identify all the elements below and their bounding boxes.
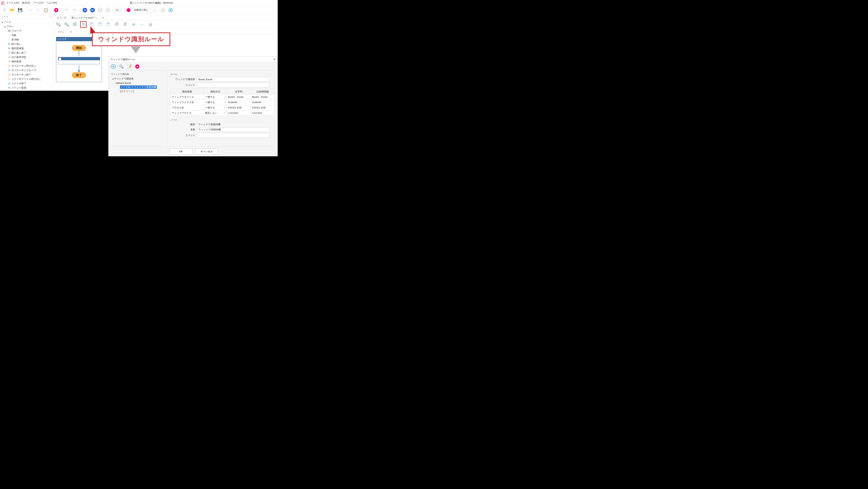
dialog-footer: OK キャンセル: [108, 146, 278, 156]
grid-icon[interactable]: [147, 21, 154, 28]
tree-item[interactable]: イベント監視登録: [0, 90, 53, 91]
play-icon[interactable]: [82, 7, 88, 13]
zoom-out-icon[interactable]: [63, 21, 70, 28]
menu-view[interactable]: 表示(V): [22, 1, 30, 5]
save-icon[interactable]: [17, 7, 23, 13]
copy-icon[interactable]: [35, 7, 41, 13]
col-method: 識別方式: [204, 89, 227, 94]
tab-close-icon[interactable]: ×: [95, 17, 97, 20]
node-type-label: 種別: [170, 123, 197, 126]
tree-item[interactable]: 分岐: [0, 33, 53, 37]
close-icon[interactable]: [53, 7, 60, 13]
image-icon[interactable]: [72, 21, 78, 28]
winname-input[interactable]: Book1-Excel: [197, 77, 270, 82]
ok-button[interactable]: OK: [169, 149, 192, 155]
dialog-tree-root[interactable]: ◢ウィンドウ識別名: [111, 77, 165, 81]
tab-scenario[interactable]: 新しいシナリオ.ums7×: [69, 15, 99, 20]
undo-icon[interactable]: [63, 7, 70, 13]
app-logo-icon: [1, 1, 5, 5]
pause-icon[interactable]: [97, 7, 103, 13]
cancel-button[interactable]: キャンセル: [195, 149, 218, 155]
open-icon[interactable]: [9, 7, 16, 13]
speed-select[interactable]: +0: [112, 8, 121, 12]
method-select[interactable]: 一致する: [204, 100, 227, 105]
subtab-add[interactable]: ＋: [67, 29, 75, 34]
dialog-search-icon[interactable]: [119, 64, 124, 69]
record-icon[interactable]: [125, 7, 132, 13]
step-icon[interactable]: [89, 7, 96, 13]
dialog-close-icon[interactable]: ×: [274, 57, 276, 61]
tree-item[interactable]: 多分岐: [0, 37, 53, 42]
dialog-tree-panel: ウィンドウ識別名 ◢ウィンドウ識別名 ◢Book1-Excel ノードID: 7…: [108, 71, 168, 146]
tree-item[interactable]: シナリオ終了: [0, 81, 53, 86]
stop-icon[interactable]: [104, 7, 111, 13]
string-input[interactable]: EXCEL.EXE: [227, 105, 251, 110]
zoom-in-icon[interactable]: [55, 21, 61, 28]
start-node[interactable]: 開始: [72, 45, 86, 51]
string-input[interactable]: 1113,812: [227, 110, 251, 116]
node-name-input[interactable]: ウィンドウ状態待機: [197, 127, 270, 132]
comment-input[interactable]: [197, 83, 270, 87]
tree-flow[interactable]: ◢フロー: [0, 24, 53, 29]
menu-help[interactable]: ヘルプ(H): [46, 1, 57, 5]
titlebar: ファイル(F) 表示(V) ツール(T) ヘルプ(H) 新しいシナリオ.ums7…: [0, 0, 278, 6]
new-icon[interactable]: [2, 7, 8, 13]
window-rule-icon[interactable]: [80, 21, 87, 28]
dialog-tree-screen[interactable]: (スクリーン): [111, 89, 165, 93]
dialog-tree-node-selected[interactable]: ノードID: 7 ウィンドウ状態待機: [111, 85, 165, 89]
rule-section-label: ルール: [170, 73, 275, 76]
record-mode-select[interactable]: 自動切り替え: [133, 8, 156, 12]
col-string: 文字列: [227, 89, 251, 94]
tree-item[interactable]: 繰り返し: [0, 42, 53, 46]
tree-root[interactable]: ◢ノード: [0, 20, 53, 24]
subtab-main[interactable]: メイン: [55, 29, 67, 34]
tab-add[interactable]: ＋: [100, 15, 106, 20]
string-input[interactable]: XLMAIN: [227, 100, 251, 105]
tree-item[interactable]: サブルーチングループ: [0, 68, 53, 72]
node-panel: ノード ▾✕ ◢ノード ◢フロー グループ 分岐 多分岐 繰り返し 後判定繰返 …: [0, 14, 53, 91]
end-node[interactable]: 終了: [72, 72, 86, 78]
cut-icon[interactable]: [27, 7, 34, 13]
copy-window-icon-2[interactable]: [122, 21, 129, 28]
dialog-target-icon[interactable]: [111, 64, 116, 69]
tree-item[interactable]: 次の条件判定: [0, 55, 53, 59]
dialog-tree-book[interactable]: ◢Book1-Excel: [111, 81, 165, 85]
panel-close-icon[interactable]: ✕: [51, 16, 53, 18]
copy-window-icon[interactable]: [114, 21, 120, 28]
tree-item[interactable]: サブルーチン終了: [0, 72, 53, 77]
dialog-toolbar: [108, 62, 278, 71]
dialog-titlebar: ウィンドウ識別ルール ×: [108, 57, 278, 62]
target-icon[interactable]: [167, 7, 174, 13]
method-select[interactable]: 指定しない: [204, 110, 227, 116]
main-toolbar: +0 自動切り替え: [0, 6, 278, 14]
tree-item[interactable]: 例外処理: [0, 59, 53, 64]
comment-label: コメント: [170, 83, 197, 87]
tree-item[interactable]: イベント監視: [0, 86, 53, 90]
window-icon-2[interactable]: [97, 21, 103, 28]
tree-item[interactable]: 後判定繰返: [0, 46, 53, 51]
redo-icon[interactable]: [71, 7, 78, 13]
node-tree[interactable]: ◢ノード ◢フロー グループ 分岐 多分岐 繰り返し 後判定繰返 繰り返し終了 …: [0, 19, 53, 91]
add-icon[interactable]: [130, 21, 137, 28]
paste-icon[interactable]: [42, 7, 49, 13]
tree-item[interactable]: グループ: [0, 29, 53, 33]
node-comment-input[interactable]: [197, 133, 270, 138]
menu-file[interactable]: ファイル(F): [6, 1, 19, 5]
string-input[interactable]: Book1 - Excel: [227, 94, 251, 100]
tree-item[interactable]: 繰り返し終了: [0, 51, 53, 55]
dialog-edit-icon[interactable]: [126, 64, 132, 69]
menu-tool[interactable]: ツール(T): [33, 1, 43, 5]
method-select[interactable]: 一致する: [204, 94, 227, 100]
tab-welcome[interactable]: ようこそ: [55, 15, 69, 20]
empty-slot[interactable]: [58, 57, 100, 64]
editor-toolbar: [53, 20, 278, 29]
dialog-delete-icon[interactable]: [134, 64, 140, 69]
tree-item[interactable]: サブルーチン呼び出し: [0, 64, 53, 68]
method-select[interactable]: 一致する: [204, 105, 227, 110]
winname-label: ウィンドウ識別名: [170, 77, 197, 81]
record-stop-icon[interactable]: [160, 7, 166, 13]
panel-dropdown-icon[interactable]: ▾: [50, 16, 50, 18]
tree-item[interactable]: シナリオファイル呼び出し: [0, 77, 53, 81]
arrow-icon[interactable]: [139, 21, 145, 28]
window-icon-3[interactable]: [105, 21, 112, 28]
